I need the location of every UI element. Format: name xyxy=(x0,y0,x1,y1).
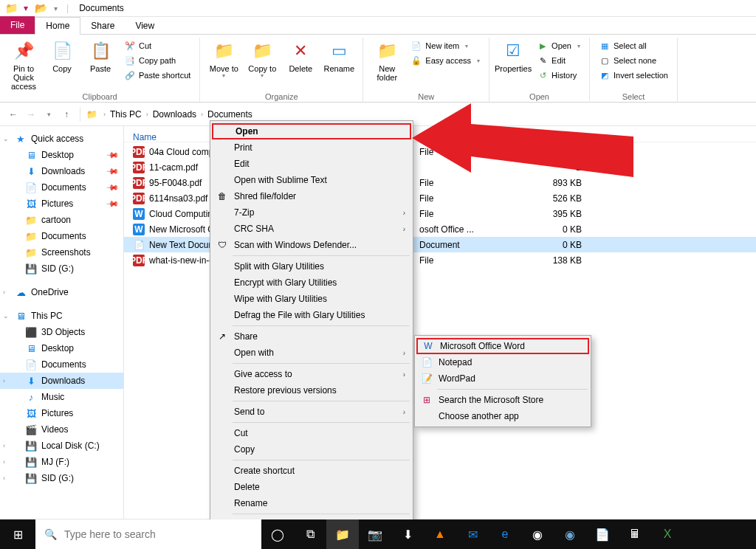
ctx-encrypt-glary[interactable]: Encrypt with Glary Utilities xyxy=(212,274,411,291)
sidebar-pictures2[interactable]: 🖼Pictures xyxy=(0,405,123,421)
tab-file[interactable]: File xyxy=(0,16,35,34)
ctx-send-to[interactable]: Send to› xyxy=(212,404,411,420)
explorer-task-icon[interactable]: 📁 xyxy=(326,519,359,549)
sidebar-onedrive[interactable]: ›☁OneDrive xyxy=(0,284,123,300)
ctx-cut[interactable]: Cut xyxy=(212,425,411,441)
ctx-defrag-glary[interactable]: Defrag the File with Glary Utilities xyxy=(212,307,411,323)
sidebar-pictures[interactable]: 🖼Pictures📌 xyxy=(0,196,123,212)
sidebar-downloads2[interactable]: ›⬇Downloads xyxy=(0,373,123,389)
delete-button[interactable]: ✕Delete xyxy=(283,38,318,73)
ctx-share[interactable]: ↗Share xyxy=(212,328,411,345)
ctx-open-sublime[interactable]: Open with Sublime Text xyxy=(212,172,411,188)
sidebar-documents[interactable]: 📄Documents📌 xyxy=(0,179,123,196)
notepad-task-icon[interactable]: 📄 xyxy=(586,519,619,549)
sidebar-local-c[interactable]: ›💾Local Disk (C:) xyxy=(0,438,123,454)
ctx-wipe-glary[interactable]: Wipe with Glary Utilities xyxy=(212,291,411,307)
ctx-split-glary[interactable]: Split with Glary Utilities xyxy=(212,258,411,274)
ctx-7zip[interactable]: 7-Zip› xyxy=(212,204,411,221)
sidebar-videos[interactable]: 🎬Videos xyxy=(0,421,123,438)
new-item-button[interactable]: 📄New item▾ xyxy=(408,39,483,52)
ctx-delete[interactable]: Delete xyxy=(212,479,411,495)
easy-access-button[interactable]: 🔓Easy access▾ xyxy=(408,54,483,67)
start-button[interactable]: ⊞ xyxy=(0,519,35,549)
ctx-defender[interactable]: 🛡Scan with Windows Defender... xyxy=(212,237,411,253)
idm-task-icon[interactable]: ⬇ xyxy=(391,519,424,549)
copy-button[interactable]: 📄Copy xyxy=(44,38,80,73)
ctx-open[interactable]: Open xyxy=(212,123,411,139)
forward-button[interactable]: → xyxy=(24,109,38,120)
open-button[interactable]: ▶Open▾ xyxy=(534,39,583,52)
ctx-give-access[interactable]: Give access to› xyxy=(212,366,411,382)
back-button[interactable]: ← xyxy=(6,109,21,120)
sidebar-sidg[interactable]: 💾SID (G:) xyxy=(0,260,123,277)
ctx-restore[interactable]: Restore previous versions xyxy=(212,382,411,398)
ctx-crc[interactable]: CRC SHA› xyxy=(212,221,411,237)
ctx-create-shortcut[interactable]: Create shortcut xyxy=(212,463,411,479)
sidebar-music[interactable]: ♪Music xyxy=(0,389,123,405)
ctx-edit[interactable]: Edit xyxy=(212,156,411,172)
select-all-button[interactable]: ▦Select all xyxy=(596,39,671,52)
paste-shortcut-button[interactable]: 🔗Paste shortcut xyxy=(121,69,193,82)
rename-icon: ▭ xyxy=(327,39,351,63)
ctx-copy[interactable]: Copy xyxy=(212,441,411,458)
vlc-task-icon[interactable]: ▲ xyxy=(424,519,456,549)
taskbar-search[interactable]: 🔍 Type here to search xyxy=(35,519,261,549)
up-button[interactable]: ↑ xyxy=(59,109,74,120)
chromium-task-icon[interactable]: ◉ xyxy=(554,519,586,549)
tab-view[interactable]: View xyxy=(125,18,165,34)
save-qat-icon[interactable]: ▾ xyxy=(19,1,32,15)
tab-home[interactable]: Home xyxy=(35,17,80,35)
sidebar-3d-objects[interactable]: ⬛3D Objects xyxy=(0,324,123,340)
camera-task-icon[interactable]: 📷 xyxy=(359,519,391,549)
pin-quick-access-button[interactable]: 📌Pin to Quick access xyxy=(6,38,41,91)
sidebar-desktop[interactable]: 🖥Desktop📌 xyxy=(0,147,123,163)
properties-button[interactable]: ☑Properties xyxy=(495,38,531,73)
paste-button[interactable]: 📋Paste xyxy=(83,38,118,73)
ctx-print[interactable]: Print xyxy=(212,139,411,156)
sidebar-this-pc[interactable]: ⌄🖥This PC xyxy=(0,308,123,324)
tab-share[interactable]: Share xyxy=(80,18,125,34)
crumb-downloads[interactable]: Downloads xyxy=(150,106,199,122)
sub-ms-word[interactable]: WMicrosoft Office Word xyxy=(416,338,589,354)
edit-button[interactable]: ✎Edit xyxy=(534,54,583,67)
sidebar-mj-f[interactable]: ›💾MJ (F:) xyxy=(0,454,123,470)
cortana-icon[interactable]: ◯ xyxy=(261,519,294,549)
sub-search-store[interactable]: ⊞Search the Microsoft Store xyxy=(416,392,589,408)
file-size: 138 KB xyxy=(523,255,582,266)
new-folder-button[interactable]: 📁New folder xyxy=(369,38,405,82)
mail-task-icon[interactable]: ✉ xyxy=(456,519,489,549)
edge-task-icon[interactable]: e xyxy=(489,519,521,549)
chrome-task-icon[interactable]: ◉ xyxy=(521,519,554,549)
sidebar-cartoon[interactable]: 📁cartoon xyxy=(0,212,123,228)
invert-selection-button[interactable]: ◩Invert selection xyxy=(596,69,671,82)
sub-choose-app[interactable]: Choose another app xyxy=(416,408,589,424)
recent-dropdown[interactable]: ▾ xyxy=(41,111,56,118)
cut-button[interactable]: ✂️Cut xyxy=(121,39,193,52)
sub-notepad[interactable]: 📄Notepad xyxy=(416,354,589,370)
crumb-this-pc[interactable]: This PC xyxy=(107,106,145,122)
sidebar-downloads[interactable]: ⬇Downloads📌 xyxy=(0,163,123,179)
excel-task-icon[interactable]: X xyxy=(651,519,684,549)
ctx-shred[interactable]: 🗑Shred file/folder xyxy=(212,188,411,204)
qat-dropdown-icon[interactable]: ▾ xyxy=(49,1,62,15)
sidebar-screenshots[interactable]: 📁Screenshots xyxy=(0,244,123,260)
ctx-rename[interactable]: Rename xyxy=(212,495,411,511)
sidebar-desktop2[interactable]: 🖥Desktop xyxy=(0,340,123,356)
sidebar-sidg2[interactable]: ›💾SID (G:) xyxy=(0,470,123,486)
sidebar-documents3[interactable]: 📄Documents xyxy=(0,356,123,373)
history-button[interactable]: ↺History xyxy=(534,69,583,82)
column-type[interactable] xyxy=(418,132,521,142)
sidebar-documents2[interactable]: 📁Documents xyxy=(0,228,123,244)
ctx-open-with[interactable]: Open with› xyxy=(212,345,411,361)
copy-to-button[interactable]: 📁Copy to▾ xyxy=(244,38,280,80)
desktop-icon: 🖥 xyxy=(25,149,37,161)
move-to-button[interactable]: 📁Move to▾ xyxy=(206,38,241,80)
sidebar-quick-access[interactable]: ⌄★Quick access xyxy=(0,131,123,147)
copy-path-button[interactable]: 📑Copy path xyxy=(121,54,193,67)
rename-button[interactable]: ▭Rename xyxy=(321,38,357,73)
select-none-button[interactable]: ▢Select none xyxy=(596,54,671,67)
sub-wordpad[interactable]: 📝WordPad xyxy=(416,370,589,387)
column-size[interactable] xyxy=(521,132,580,142)
calc-task-icon[interactable]: 🖩 xyxy=(619,519,651,549)
task-view-icon[interactable]: ⧉ xyxy=(294,519,326,549)
